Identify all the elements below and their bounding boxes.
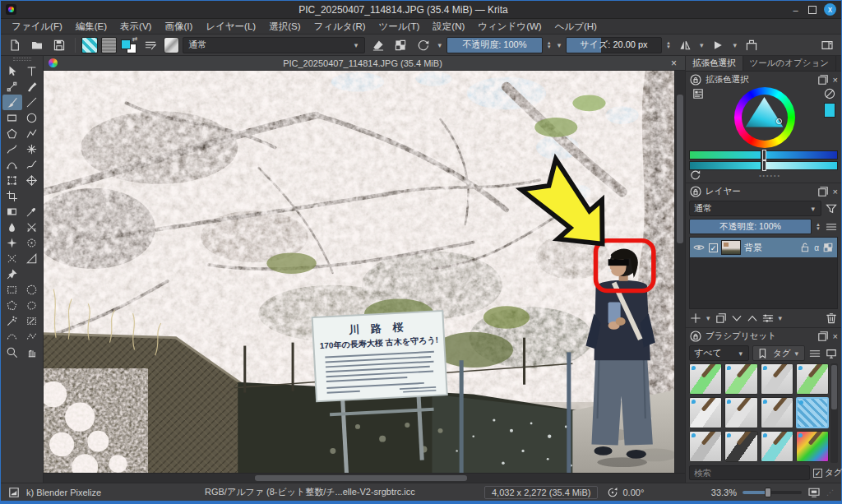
close-button[interactable]: x [824, 3, 836, 16]
fill-tool[interactable] [2, 220, 22, 235]
elliptical-select-tool[interactable] [22, 282, 42, 298]
gradient-chooser-button[interactable] [81, 37, 98, 53]
blending-mode-select[interactable]: 通常 ▾ [183, 37, 365, 53]
colorize-mask-tool[interactable] [2, 235, 22, 251]
pan-tool[interactable] [22, 344, 42, 360]
freehand-brush-tool[interactable] [2, 95, 22, 110]
chevron-down-icon[interactable]: ▾ [705, 314, 712, 322]
color-sampler-tool[interactable] [22, 204, 42, 220]
freehand-path-tool[interactable] [22, 157, 42, 173]
edit-shapes-tool[interactable] [2, 79, 22, 95]
zoom-tool[interactable] [2, 344, 22, 360]
layer-blend-mode-select[interactable]: 通常 ▾ [689, 201, 821, 216]
float-docker-icon[interactable] [817, 330, 830, 343]
delete-layer-button[interactable] [825, 312, 838, 325]
chevron-down-icon[interactable]: ▾ [698, 41, 706, 49]
toolbox-drag-handle[interactable] [13, 58, 31, 61]
window-resize-grip[interactable]: ⋰ [826, 488, 835, 497]
move-tool[interactable] [22, 173, 42, 188]
zoom-slider-thumb[interactable] [765, 488, 771, 497]
chevron-down-icon[interactable]: ▾ [731, 41, 738, 49]
brush-preset[interactable] [689, 397, 722, 428]
gradient-tool[interactable] [2, 204, 22, 220]
brush-preset-chooser-button[interactable] [164, 37, 180, 53]
menu-item-4[interactable]: レイヤー(L) [200, 20, 261, 34]
reference-images-tool[interactable] [2, 251, 22, 266]
calligraphy-tool[interactable] [22, 79, 42, 95]
brush-preset[interactable] [689, 431, 722, 462]
brush-preset[interactable] [761, 397, 793, 428]
transform-tool[interactable] [2, 173, 22, 188]
pattern-chooser-button[interactable] [101, 37, 118, 53]
menu-item-0[interactable]: ファイル(F) [6, 20, 68, 34]
brush-editor-button[interactable] [141, 36, 160, 54]
docker-lock-icon[interactable] [689, 73, 702, 86]
close-docker-icon[interactable]: × [833, 187, 838, 197]
docker-lock-icon[interactable] [689, 185, 702, 198]
mirror-view-button[interactable] [675, 36, 695, 54]
brush-preset[interactable] [796, 363, 829, 395]
brush-preset[interactable] [796, 431, 829, 462]
brush-grid-scrollbar[interactable] [830, 363, 838, 463]
canvas-viewport[interactable]: 川 路 桜 170年の長寿大桜 古木を守ろう! [44, 71, 674, 473]
layer-options-icon[interactable] [825, 220, 838, 234]
reload-preset-button[interactable] [414, 36, 433, 54]
canvas-photo[interactable]: 川 路 桜 170年の長寿大桜 古木を守ろう! [44, 71, 674, 473]
layer-lock-icon[interactable] [798, 241, 812, 254]
rectangle-tool[interactable] [2, 110, 22, 126]
brush-preset[interactable] [761, 363, 793, 395]
opacity-slider[interactable]: 不透明度: 100% [446, 37, 543, 53]
layer-row-background[interactable]: ✓ 背景 α [690, 238, 837, 257]
brush-search-input[interactable] [689, 465, 810, 480]
menu-item-3[interactable]: 画像(I) [159, 20, 198, 34]
refresh-shades-icon[interactable] [689, 169, 702, 182]
layer-filter-icon[interactable] [825, 202, 838, 215]
canvas-horizontal-scrollbar[interactable] [44, 473, 685, 483]
vertical-scroll-thumb[interactable] [677, 95, 683, 243]
size-slider[interactable]: サイズ: 20.00 px [566, 37, 662, 53]
statusbar-colorspace[interactable]: RGB/アルファ (8-ビット整数/チ...elle-V2-srgbtrc.ic… [205, 486, 476, 498]
brush-preset[interactable] [724, 363, 757, 395]
smart-patch-tool[interactable] [22, 220, 42, 235]
polyline-tool[interactable] [22, 126, 42, 141]
document-close-button[interactable]: × [668, 58, 680, 69]
layer-checkbox[interactable]: ✓ [709, 243, 718, 252]
multibrush-tool[interactable] [22, 141, 42, 157]
measure-tool[interactable] [22, 251, 42, 266]
menu-item-7[interactable]: ツール(T) [373, 20, 426, 34]
polygon-tool[interactable] [2, 126, 22, 141]
docker-resize-handle[interactable]: •••••• [702, 173, 838, 178]
move-layer-down-button[interactable] [730, 312, 743, 325]
layer-properties-button[interactable] [761, 312, 775, 325]
zoom-slider[interactable] [743, 491, 802, 494]
preserve-alpha-button[interactable] [391, 36, 410, 54]
layer-alpha-lock-icon[interactable] [821, 241, 835, 254]
chevron-down-icon[interactable]: ▾ [436, 41, 443, 49]
open-document-button[interactable] [27, 36, 46, 54]
brush-preset[interactable] [724, 431, 757, 462]
bezier-curve-tool[interactable] [2, 157, 22, 173]
menu-item-9[interactable]: ウィンドウ(W) [472, 20, 547, 34]
layer-alpha-badge[interactable]: α [814, 243, 819, 252]
menu-item-2[interactable]: 表示(V) [114, 20, 157, 34]
playback-button[interactable] [708, 36, 728, 54]
text-tool[interactable] [22, 63, 42, 79]
shade-handle[interactable] [762, 160, 766, 171]
ellipse-tool[interactable] [22, 110, 42, 126]
brush-preset-selected[interactable] [796, 397, 829, 428]
brush-preset[interactable] [761, 431, 793, 462]
contiguous-select-tool[interactable] [2, 313, 22, 329]
tag-filter-checkbox[interactable]: ✓ タグでフィルタ [813, 467, 842, 479]
display-settings-icon[interactable] [825, 347, 838, 360]
save-button[interactable] [50, 36, 69, 54]
freehand-select-tool[interactable] [22, 298, 42, 313]
horizontal-scroll-thumb[interactable] [255, 475, 466, 481]
menu-item-1[interactable]: 編集(E) [70, 20, 113, 34]
wrap-around-button[interactable] [742, 36, 761, 54]
shade-handle[interactable] [762, 150, 766, 160]
menu-item-5[interactable]: 選択(S) [263, 20, 306, 34]
brush-preset[interactable] [689, 363, 722, 395]
duplicate-layer-button[interactable] [715, 312, 728, 325]
color-wheel[interactable] [734, 87, 795, 148]
dynamic-brush-tool[interactable] [2, 141, 22, 157]
